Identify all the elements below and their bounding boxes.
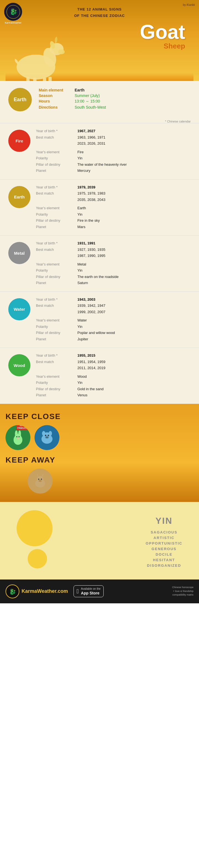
yin-section: YIN SAGACIOUS ARTISTIC OPPORTUNISTIC GEN…	[0, 502, 199, 580]
yin-trait-5: HESITANT	[146, 558, 183, 562]
season-value: Summer (July)	[75, 93, 100, 98]
svg-point-26	[47, 437, 48, 438]
fire-bm2: 2023, 2026, 2031	[77, 141, 105, 146]
svg-point-30	[41, 478, 42, 480]
yin-trait-6: DISORGANIZED	[146, 563, 183, 567]
fire-ye-label: Year's element	[36, 149, 77, 155]
logo-circle: 🐉	[4, 3, 22, 21]
fire-badge: Fire	[8, 130, 30, 152]
social-section: KEEP CLOSE SECRETFRIENDSHIP	[0, 404, 199, 502]
appstore-button[interactable]:  Available on the App Store	[74, 585, 104, 597]
fire-yob-label: Year of birth *	[36, 128, 77, 134]
pig-icon	[39, 429, 55, 446]
zodiac-row-water: Water Year of birth * 1943, 2003 Best ma…	[0, 291, 199, 348]
by-label: by iKanibi	[183, 3, 195, 6]
svg-rect-10	[48, 77, 52, 81]
fire-pol: Yin	[77, 155, 82, 161]
zodiac-row-fire: Fire Year of birth * 1967, 2027 Best mat…	[0, 123, 199, 179]
fire-ye: Fire	[77, 149, 83, 155]
header: 🐉 KarmaWeather by iKanibi THE 12 ANIMAL …	[0, 0, 199, 81]
zodiac-row-earth: Earth Year of birth * 1979, 2039 Best ma…	[0, 179, 199, 236]
header-subtitle-line1: THE 12 ANIMAL SIGNS	[5, 7, 194, 11]
keep-away-title: KEEP AWAY	[5, 456, 194, 464]
svg-point-29	[38, 478, 39, 480]
element-section: Earth Main element Earth Season Summer (…	[0, 81, 199, 118]
rabbit-circle: SECRETFRIENDSHIP	[5, 425, 30, 450]
zodiac-section: Fire Year of birth * 1967, 2027 Best mat…	[0, 123, 199, 404]
fire-info: Year of birth * 1967, 2027 Best match 19…	[36, 128, 191, 174]
directions-value: South South-West	[75, 105, 106, 110]
fire-yob: 1967, 2027	[77, 128, 95, 134]
pig-circle	[35, 425, 59, 450]
yin-content: YIN SAGACIOUS ARTISTIC OPPORTUNISTIC GEN…	[146, 516, 183, 569]
season-label: Season	[39, 93, 75, 98]
footer-logo-circle: 🐉	[5, 585, 19, 598]
zodiac-row-wood: Wood Year of birth * 1955, 2015 Best mat…	[0, 347, 199, 404]
fire-pillar-label: Pillar of destiny	[36, 162, 77, 167]
fire-bm1: 1963, 1966, 1971	[77, 135, 105, 140]
ox-icon	[32, 473, 48, 489]
svg-rect-8	[33, 78, 37, 81]
fire-pillar: The water of the heavenly river	[77, 162, 127, 167]
svg-point-25	[46, 437, 47, 438]
fire-planet-label: Planet	[36, 168, 77, 174]
secret-friendship-badge: SECRETFRIENDSHIP	[16, 425, 30, 430]
hours-value: 13:00 ～ 15:00	[75, 99, 100, 104]
dragon-icon: 🐉	[6, 5, 20, 19]
keep-close-title: KEEP CLOSE	[5, 412, 194, 421]
keep-away-animals	[5, 469, 194, 494]
metal-info: Year of birth * 1931, 1991 Best match 19…	[36, 241, 191, 286]
svg-text:🐉: 🐉	[9, 8, 17, 16]
wood-info: Year of birth * 1955, 2015 Best match 19…	[36, 353, 191, 399]
svg-rect-9	[43, 78, 46, 81]
yin-title: YIN	[146, 516, 183, 526]
header-title-area: THE 12 ANIMAL SIGNS OF THE CHINESE ZODIA…	[5, 7, 194, 18]
yin-trait-1: ARTISTIC	[146, 536, 183, 540]
svg-point-24	[45, 436, 49, 439]
fire-pol-label: Polarity	[36, 155, 77, 161]
animal-name: Goat	[140, 22, 194, 42]
animal-subtitle: Sheep	[140, 42, 194, 51]
element-details: Main element Earth Season Summer (July) …	[39, 88, 191, 111]
water-info: Year of birth * 1943, 2003 Best match 19…	[36, 297, 191, 343]
main-element-label: Main element	[39, 88, 75, 92]
yin-trait-4: DOCILE	[146, 552, 183, 557]
directions-label: Directions	[39, 105, 75, 110]
svg-point-23	[49, 431, 52, 436]
svg-rect-7	[26, 77, 30, 81]
yin-circle-small	[28, 549, 47, 568]
logo-area: 🐉 KarmaWeather	[4, 3, 22, 24]
footer: 🐉 KarmaWeather.com  Available on the Ap…	[0, 580, 199, 603]
main-element-name: Earth	[13, 97, 26, 102]
yin-trait-3: GENEROUS	[146, 547, 183, 551]
svg-point-31	[38, 480, 42, 482]
yin-trait-2: OPPORTUNISTIC	[146, 541, 183, 546]
yin-trait-0: SAGACIOUS	[146, 530, 183, 534]
svg-point-22	[42, 431, 45, 436]
svg-text:🐉: 🐉	[9, 588, 16, 595]
footer-logo: 🐉 KarmaWeather.com	[5, 585, 68, 598]
goat-illustration	[0, 37, 83, 81]
svg-point-15	[16, 436, 17, 437]
appstore-text: Available on the App Store	[81, 587, 101, 596]
water-badge: Water	[8, 298, 30, 320]
fire-bm-label: Best match	[36, 135, 77, 140]
svg-point-16	[18, 436, 19, 437]
footer-brand-text: KarmaWeather.com	[22, 588, 68, 594]
main-element-circle: Earth	[8, 88, 32, 112]
svg-point-21	[48, 435, 49, 436]
svg-point-17	[17, 438, 19, 439]
calendar-note: * Chinese calendar	[0, 118, 199, 123]
ox-circle	[28, 469, 52, 494]
svg-point-5	[58, 49, 65, 54]
earth-badge: Earth	[8, 186, 30, 208]
rabbit-icon	[10, 429, 26, 446]
earth-info: Year of birth * 1979, 2039 Best match 19…	[36, 185, 191, 230]
wood-badge: Wood	[8, 354, 30, 376]
svg-point-14	[15, 434, 21, 440]
logo-text: KarmaWeather	[4, 21, 22, 24]
yin-circle-large	[16, 510, 52, 546]
footer-tagline: Chinese horoscope + love & friendship co…	[172, 586, 194, 597]
metal-badge: Metal	[8, 242, 30, 264]
header-subtitle-line2: OF THE CHINESE ZODIAC	[5, 13, 194, 18]
